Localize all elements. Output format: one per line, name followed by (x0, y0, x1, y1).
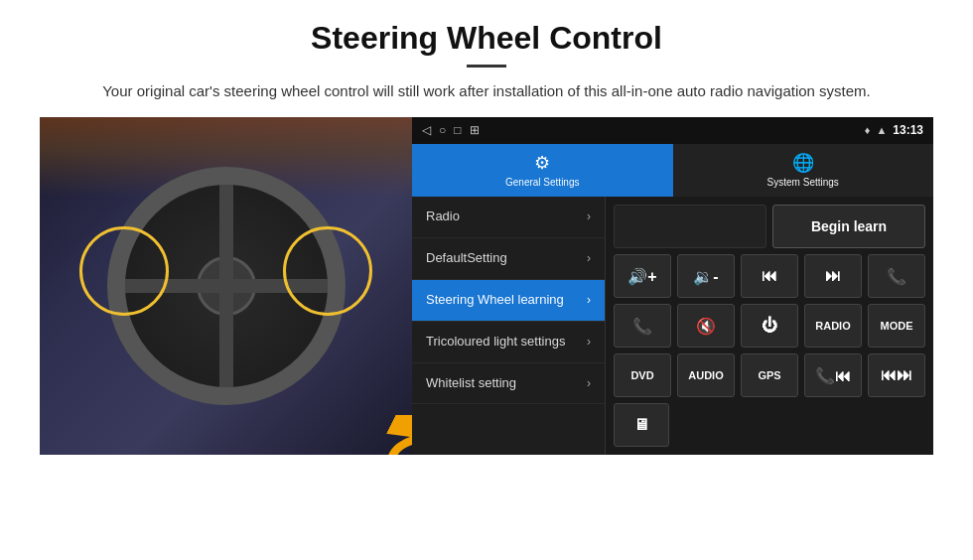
content-area: ◁ ○ □ ⊞ ♦ ▲ 13:13 ⚙ General Settings (40, 117, 933, 455)
circle-highlight-right (283, 226, 372, 316)
controls-row-2: 🔊+ 🔉- ⏮ ⏭ 📞 (614, 254, 925, 298)
power-icon: ⏻ (762, 317, 777, 335)
steering-wheel-image (40, 117, 412, 455)
menu-list: Radio › DefaultSetting › Steering Wheel … (412, 197, 606, 455)
signal-icon: ▲ (876, 124, 887, 136)
empty-box (614, 205, 766, 248)
main-content: Radio › DefaultSetting › Steering Wheel … (412, 197, 933, 455)
chevron-icon-steering: › (587, 293, 591, 307)
audio-button[interactable]: AUDIO (677, 353, 735, 397)
prev-track-icon: ⏮ (762, 267, 777, 285)
phone-button[interactable]: 📞 (868, 254, 925, 298)
menu-steering-label: Steering Wheel learning (426, 292, 587, 309)
vol-up-button[interactable]: 🔊+ (614, 254, 671, 298)
mode-button[interactable]: MODE (868, 304, 925, 348)
android-panel: ◁ ○ □ ⊞ ♦ ▲ 13:13 ⚙ General Settings (412, 117, 933, 455)
phone-prev-icon: 📞⏮ (815, 366, 851, 385)
mute-button[interactable]: 🔇 (677, 304, 735, 348)
general-settings-icon: ⚙ (534, 152, 550, 174)
status-bar-right: ♦ ▲ 13:13 (865, 123, 923, 137)
menu-item-steering[interactable]: Steering Wheel learning › (412, 280, 605, 322)
controls-row-4: DVD AUDIO GPS 📞⏮ ⏮⏭ (614, 353, 925, 397)
status-bar-left: ◁ ○ □ ⊞ (422, 123, 480, 137)
vol-up-icon: 🔊+ (627, 267, 656, 286)
gps-label: GPS (758, 369, 780, 381)
power-button[interactable]: ⏻ (741, 304, 798, 348)
menu-default-label: DefaultSetting (426, 250, 587, 267)
status-bar: ◁ ○ □ ⊞ ♦ ▲ 13:13 (412, 117, 933, 144)
next-track-icon: ⏭ (825, 267, 841, 285)
vol-down-icon: 🔉- (693, 267, 718, 286)
chevron-icon-radio: › (587, 210, 591, 223)
prev-track-button[interactable]: ⏮ (741, 254, 798, 298)
page-title: Steering Wheel Control (40, 20, 933, 57)
controls-panel: Begin learn 🔊+ 🔉- ⏮ (606, 197, 933, 455)
page-container: Steering Wheel Control Your original car… (0, 0, 973, 465)
prev-next-icon: ⏮⏭ (881, 366, 912, 384)
menu-radio-label: Radio (426, 209, 587, 225)
time-display: 13:13 (893, 123, 923, 137)
title-divider (467, 65, 506, 68)
system-settings-icon: 🌐 (792, 152, 814, 174)
menu-item-default[interactable]: DefaultSetting › (412, 238, 605, 280)
vol-down-button[interactable]: 🔉- (677, 254, 735, 298)
dvd-button[interactable]: DVD (614, 353, 671, 397)
menu-tricoloured-label: Tricoloured light settings (426, 334, 587, 350)
arrow-svg (382, 415, 412, 455)
chevron-icon-whitelist: › (587, 376, 591, 390)
menu-whitelist-label: Whitelist setting (426, 375, 587, 392)
tab-system-settings[interactable]: 🌐 System Settings (673, 144, 934, 197)
spoke-vertical (219, 185, 233, 387)
menu-item-tricoloured[interactable]: Tricoloured light settings › (412, 322, 605, 363)
answer-icon: 📞 (632, 317, 652, 336)
gps-button[interactable]: GPS (741, 353, 798, 397)
controls-row-1: Begin learn (614, 205, 925, 248)
mute-icon: 🔇 (696, 317, 716, 336)
radio-label: RADIO (815, 320, 850, 332)
audio-label: AUDIO (688, 369, 723, 381)
square-icon[interactable]: □ (454, 123, 461, 137)
menu-item-whitelist[interactable]: Whitelist setting › (412, 363, 605, 405)
gps-icon: ♦ (865, 124, 871, 136)
circle-highlight-left (79, 226, 169, 316)
general-settings-label: General Settings (505, 177, 580, 188)
chevron-icon-tricoloured: › (587, 335, 591, 349)
grid-icon[interactable]: ⊞ (470, 123, 480, 137)
answer-button[interactable]: 📞 (614, 304, 671, 348)
radio-button[interactable]: RADIO (804, 304, 862, 348)
system-settings-label: System Settings (767, 177, 839, 188)
phone-prev-button[interactable]: 📞⏮ (804, 353, 862, 397)
dvd-label: DVD (630, 369, 653, 381)
chevron-icon-default: › (587, 251, 591, 265)
page-subtitle: Your original car's steering wheel contr… (40, 79, 933, 103)
screen-button[interactable]: 🖥 (614, 403, 669, 447)
controls-row-5: 🖥 (614, 403, 925, 447)
back-icon[interactable]: ◁ (422, 123, 431, 137)
home-icon[interactable]: ○ (439, 123, 446, 137)
controls-row-3: 📞 🔇 ⏻ RADIO MODE (614, 304, 925, 348)
next-track-button[interactable]: ⏭ (804, 254, 862, 298)
prev-next-button[interactable]: ⏮⏭ (868, 353, 925, 397)
tab-bar: ⚙ General Settings 🌐 System Settings (412, 144, 933, 197)
mode-label: MODE (881, 320, 913, 332)
begin-learn-button[interactable]: Begin learn (772, 205, 925, 248)
screen-icon: 🖥 (633, 416, 649, 434)
phone-icon: 📞 (887, 267, 906, 286)
title-section: Steering Wheel Control Your original car… (40, 20, 933, 103)
menu-item-radio[interactable]: Radio › (412, 197, 605, 238)
tab-general-settings[interactable]: ⚙ General Settings (412, 144, 673, 197)
